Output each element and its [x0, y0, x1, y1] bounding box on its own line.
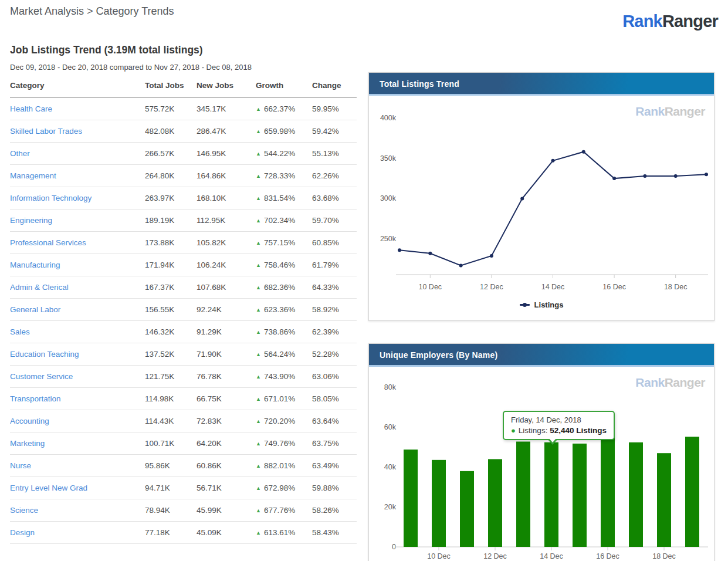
category-link[interactable]: Nurse [10, 461, 31, 470]
table-row: Engineering189.19K112.95K▲702.34%59.70% [10, 209, 357, 232]
growth-value: 682.36% [264, 283, 295, 292]
growth-value: 659.98% [264, 127, 295, 136]
growth-up-arrow-icon: ▲ [256, 530, 261, 536]
line-data-point[interactable] [612, 177, 616, 180]
growth-up-arrow-icon: ▲ [256, 173, 261, 179]
change-cell: 60.85% [302, 232, 357, 254]
line-data-point[interactable] [643, 174, 646, 178]
category-link[interactable]: Design [10, 528, 35, 537]
employers-bar[interactable] [516, 442, 530, 548]
growth-up-arrow-icon: ▲ [256, 129, 261, 134]
line-data-point[interactable] [398, 248, 401, 252]
total-jobs-cell: 167.37K [145, 276, 197, 299]
breadcrumb[interactable]: Market Analysis > Category Trends [10, 5, 174, 18]
change-cell: 58.05% [302, 388, 357, 410]
y-axis-label: 350k [380, 154, 397, 163]
category-cell: Marketing [10, 432, 145, 455]
table-row: General Labor156.55K92.24K▲623.36%58.92% [10, 299, 357, 321]
employers-bar[interactable] [460, 471, 474, 547]
category-link[interactable]: Engineering [10, 216, 52, 225]
category-link[interactable]: Professional Services [10, 238, 86, 247]
card-title-total-listings: Total Listings Trend [369, 73, 714, 96]
category-link[interactable]: Science [10, 506, 38, 515]
line-data-point[interactable] [674, 174, 678, 178]
category-cell: Other [10, 143, 145, 165]
category-link[interactable]: Information Technology [10, 194, 92, 202]
category-link[interactable]: Other [10, 149, 30, 158]
legend-line-marker-icon [520, 304, 530, 306]
date-range: Dec 09, 2018 - Dec 20, 2018 compared to … [10, 63, 252, 72]
category-cell: Admin & Clerical [10, 276, 145, 299]
category-cell: Design [10, 522, 145, 544]
employers-bar[interactable] [544, 442, 558, 547]
line-data-point[interactable] [490, 254, 493, 258]
new-jobs-cell: 164.86K [197, 165, 251, 187]
total-jobs-cell: 95.86K [145, 455, 197, 477]
category-link[interactable]: Entry Level New Grad [10, 484, 87, 492]
line-data-point[interactable] [428, 252, 432, 255]
employers-bar[interactable] [685, 437, 699, 547]
total-jobs-cell: 114.98K [145, 388, 197, 410]
growth-up-arrow-icon: ▲ [256, 352, 261, 357]
employers-bar[interactable] [657, 453, 671, 547]
category-link[interactable]: Accounting [10, 417, 49, 425]
category-cell: Management [10, 165, 145, 187]
change-cell: 63.68% [302, 187, 357, 209]
category-cell: Information Technology [10, 187, 145, 209]
employers-bar[interactable] [601, 428, 615, 547]
change-cell: 61.79% [302, 254, 357, 276]
category-link[interactable]: General Labor [10, 305, 60, 314]
table-row: Transportation114.98K66.75K▲671.01%58.05… [10, 388, 357, 410]
new-jobs-cell: 64.20K [197, 432, 251, 455]
total-jobs-cell: 121.75K [145, 366, 197, 388]
employers-bar[interactable] [629, 442, 643, 547]
line-data-point[interactable] [582, 150, 585, 154]
growth-value: 758.46% [264, 261, 295, 269]
employers-bar[interactable] [404, 450, 418, 547]
line-data-point[interactable] [520, 197, 524, 200]
growth-value: 882.01% [264, 461, 295, 470]
category-cell: Health Care [10, 98, 145, 120]
category-link[interactable]: Skilled Labor Trades [10, 127, 82, 136]
table-row: Design77.18K45.09K▲613.61%58.43% [10, 522, 357, 544]
total-jobs-cell: 137.52K [145, 343, 197, 366]
change-cell: 62.26% [302, 165, 357, 187]
category-link[interactable]: Manufacturing [10, 261, 60, 269]
category-cell: Accounting [10, 410, 145, 432]
category-link[interactable]: Transportation [10, 394, 61, 403]
column-header-new-jobs: New Jobs [197, 76, 251, 98]
total-jobs-cell: 173.88K [145, 232, 197, 254]
growth-up-arrow-icon: ▲ [256, 418, 261, 424]
growth-up-arrow-icon: ▲ [256, 151, 261, 157]
line-data-point[interactable] [459, 263, 463, 267]
tooltip-value: 52,440 Listings [550, 426, 607, 435]
growth-value: 544.22% [264, 149, 295, 158]
category-link[interactable]: Management [10, 171, 56, 180]
growth-value: 743.90% [264, 372, 295, 381]
category-link[interactable]: Admin & Clerical [10, 283, 69, 292]
employers-bar[interactable] [432, 460, 446, 547]
chart-legend[interactable]: Listings [369, 300, 714, 309]
employers-bar[interactable] [573, 444, 587, 547]
change-cell: 59.95% [302, 98, 357, 120]
growth-up-arrow-icon: ▲ [256, 195, 261, 201]
y-axis-label: 300k [380, 194, 397, 202]
new-jobs-cell: 76.78K [197, 366, 251, 388]
category-cell: General Labor [10, 299, 145, 321]
line-data-point[interactable] [705, 173, 708, 176]
table-row: Other266.57K146.95K▲544.22%55.13% [10, 143, 357, 165]
growth-value: 749.76% [264, 439, 295, 448]
employers-bar[interactable] [488, 459, 502, 547]
new-jobs-cell: 146.95K [197, 143, 251, 165]
growth-value: 702.34% [264, 216, 295, 225]
category-link[interactable]: Health Care [10, 104, 52, 113]
category-link[interactable]: Marketing [10, 439, 45, 448]
category-link[interactable]: Education Teaching [10, 350, 79, 359]
category-link[interactable]: Customer Service [10, 372, 73, 381]
category-cell: Transportation [10, 388, 145, 410]
total-jobs-cell: 266.57K [145, 143, 197, 165]
y-axis-label: 60k [384, 423, 397, 431]
total-jobs-cell: 77.18K [145, 522, 197, 544]
category-link[interactable]: Sales [10, 327, 30, 336]
line-data-point[interactable] [551, 159, 555, 163]
